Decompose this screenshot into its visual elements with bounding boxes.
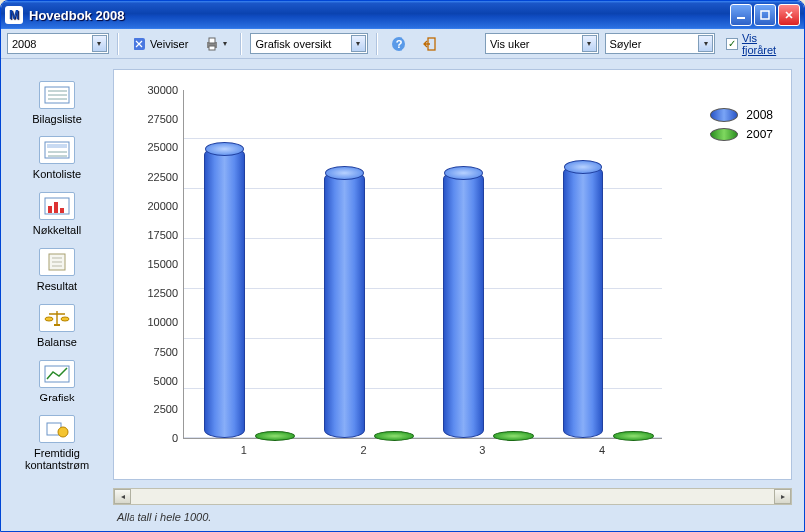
x-tick-label: 3 xyxy=(479,444,485,456)
y-tick-label: 22500 xyxy=(147,171,178,183)
legend-label: 2007 xyxy=(746,128,773,141)
svg-point-26 xyxy=(61,317,69,321)
chart-bar-2008 xyxy=(324,171,365,438)
y-tick-label: 7500 xyxy=(154,346,178,358)
help-icon: ? xyxy=(391,36,406,52)
chevron-down-icon: ▾ xyxy=(92,35,107,52)
y-tick-label: 30000 xyxy=(147,84,178,96)
svg-rect-19 xyxy=(54,202,58,213)
sidebar-label: Balanse xyxy=(37,336,77,348)
x-tick-label: 1 xyxy=(241,444,247,456)
chart-bar-2007 xyxy=(255,431,296,441)
svg-rect-14 xyxy=(47,144,67,148)
legend-swatch-icon xyxy=(710,108,738,122)
window-title: Hovedbok 2008 xyxy=(29,8,124,23)
sidebar-label: Resultat xyxy=(37,280,77,292)
print-icon xyxy=(204,36,220,52)
y-tick-label: 5000 xyxy=(154,375,178,387)
window-controls xyxy=(730,4,800,26)
body: Bilagsliste Kontoliste Nøkkeltall Result… xyxy=(1,59,804,531)
svg-rect-20 xyxy=(60,208,64,213)
show-prev-year-label: Vis fjoråret xyxy=(742,32,793,56)
year-select[interactable]: 2008 ▾ xyxy=(7,33,109,54)
legend-swatch-icon xyxy=(710,128,738,141)
chevron-down-icon: ▾ xyxy=(698,35,713,52)
sidebar-label: Fremtidig kontantstrøm xyxy=(7,447,107,471)
kontoliste-icon xyxy=(39,136,75,164)
toolbar: 2008 ▾ Veiviser ▾ Grafisk oversikt ▾ ? xyxy=(1,29,804,59)
svg-text:?: ? xyxy=(396,38,402,50)
period-select[interactable]: Vis uker ▾ xyxy=(485,33,599,54)
balanse-icon xyxy=(39,304,75,332)
grafisk-icon xyxy=(39,360,75,388)
y-tick-label: 27500 xyxy=(147,113,178,125)
legend-label: 2008 xyxy=(746,108,773,122)
minimize-button[interactable] xyxy=(730,4,752,26)
legend-item-2007: 2007 xyxy=(710,128,773,141)
sidebar-label: Nøkkeltall xyxy=(33,224,81,236)
nokkeltall-icon xyxy=(39,192,75,220)
checkbox-icon: ✓ xyxy=(726,38,738,50)
svg-point-25 xyxy=(45,317,53,321)
fremtidig-icon xyxy=(39,415,75,443)
svg-rect-18 xyxy=(48,206,52,213)
exit-icon xyxy=(422,36,438,52)
sidebar-item-resultat[interactable]: Resultat xyxy=(7,244,107,294)
svg-rect-5 xyxy=(209,46,215,50)
bilagsliste-icon xyxy=(39,81,75,109)
y-tick-label: 15000 xyxy=(147,258,178,270)
svg-rect-4 xyxy=(209,38,215,43)
period-select-value: Vis uker xyxy=(490,38,530,50)
chart-bar-2008 xyxy=(204,147,245,438)
sidebar-item-kontoliste[interactable]: Kontoliste xyxy=(7,133,107,182)
chart-bar-2008 xyxy=(443,171,484,438)
print-button[interactable]: ▾ xyxy=(199,33,232,55)
sidebar-item-grafisk[interactable]: Grafisk xyxy=(7,356,107,405)
sidebar-item-fremtidig[interactable]: Fremtidig kontantstrøm xyxy=(7,411,107,473)
legend-item-2008: 2008 xyxy=(710,108,773,122)
chart-bar-2007 xyxy=(493,431,534,441)
maximize-button[interactable] xyxy=(754,4,776,26)
y-tick-label: 10000 xyxy=(147,316,178,328)
toolbar-separator xyxy=(240,33,242,55)
chart-bar-2007 xyxy=(374,431,414,441)
veiviser-label: Veiviser xyxy=(150,38,189,50)
sidebar-item-bilagsliste[interactable]: Bilagsliste xyxy=(7,77,107,127)
y-tick-label: 17500 xyxy=(147,229,178,241)
scroll-track[interactable] xyxy=(131,489,774,504)
sidebar-label: Bilagsliste xyxy=(32,113,82,125)
y-tick-label: 0 xyxy=(172,432,178,444)
veiviser-button[interactable]: Veiviser xyxy=(127,33,194,55)
chart-legend: 2008 2007 xyxy=(710,108,773,147)
y-tick-label: 25000 xyxy=(147,141,178,153)
toolbar-separator xyxy=(117,33,119,55)
footer-note: Alla tall i hele 1000. xyxy=(113,505,792,525)
resultat-icon xyxy=(39,248,75,276)
sidebar-label: Kontoliste xyxy=(33,168,81,180)
exit-button[interactable] xyxy=(417,33,443,55)
toolbar-separator xyxy=(376,33,378,55)
help-button[interactable]: ? xyxy=(386,33,411,55)
sidebar-item-balanse[interactable]: Balanse xyxy=(7,300,107,350)
view-select[interactable]: Grafisk oversikt ▾ xyxy=(250,33,368,54)
chart-frame: 0250050007500100001250015000175002000022… xyxy=(113,69,792,480)
app-window: M Hovedbok 2008 2008 ▾ Veiviser xyxy=(0,0,805,532)
svg-rect-27 xyxy=(54,324,60,326)
chart-bar-2007 xyxy=(613,431,654,441)
chevron-down-icon: ▾ xyxy=(351,35,366,52)
view-select-value: Grafisk oversikt xyxy=(255,38,331,50)
close-button[interactable] xyxy=(778,4,800,26)
svg-point-30 xyxy=(58,427,68,437)
scroll-right-button[interactable]: ▸ xyxy=(774,489,791,504)
charttype-select-value: Søyler xyxy=(610,38,642,50)
y-tick-label: 2500 xyxy=(154,403,178,415)
sidebar-item-nokkeltall[interactable]: Nøkkeltall xyxy=(7,188,107,238)
show-prev-year-checkbox[interactable]: ✓ Vis fjoråret xyxy=(721,33,798,55)
horizontal-scrollbar[interactable]: ◂ ▸ xyxy=(113,488,792,505)
main-area: 0250050007500100001250015000175002000022… xyxy=(113,59,804,531)
charttype-select[interactable]: Søyler ▾ xyxy=(605,33,716,54)
scroll-left-button[interactable]: ◂ xyxy=(114,489,131,504)
svg-rect-1 xyxy=(761,11,769,19)
x-tick-label: 4 xyxy=(599,444,605,456)
wizard-icon xyxy=(132,36,147,52)
